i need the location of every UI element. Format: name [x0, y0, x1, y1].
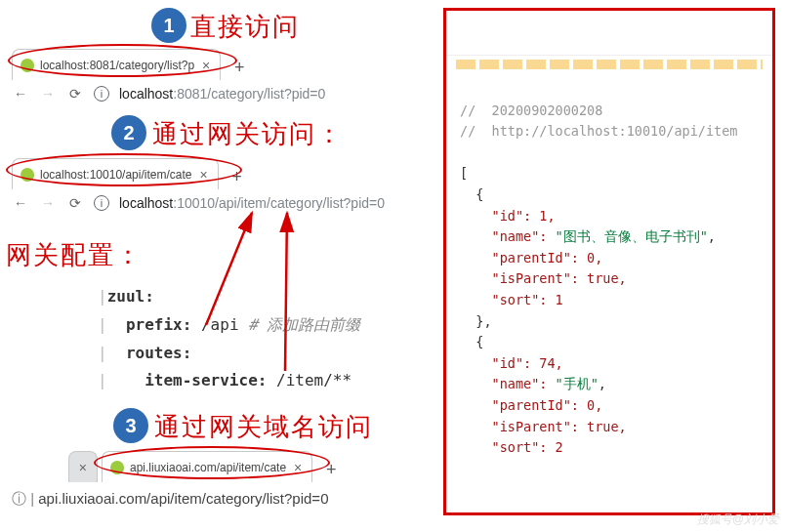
info-icon[interactable]: i [94, 86, 109, 102]
addr-bar-gateway: ← → ⟳ i localhost:10010/api/item/categor… [12, 195, 385, 211]
tab-domain[interactable]: api.liuxiaoai.com/api/item/cate × [102, 451, 312, 482]
new-tab-button[interactable]: + [225, 164, 250, 189]
cfg-zuul: zuul: [107, 287, 154, 306]
back-icon[interactable]: ← [12, 86, 29, 102]
plus-icon: + [234, 58, 245, 78]
reload-icon[interactable]: ⟳ [66, 195, 84, 211]
tab-direct[interactable]: localhost:8081/category/list?p × [12, 49, 221, 80]
heading-config: 网关配置： [6, 238, 143, 272]
heading-gateway-domain: 通过网关域名访问 [154, 410, 373, 444]
leaf-icon [110, 461, 124, 474]
tab-direct-title: localhost:8081/category/list?p [40, 59, 194, 72]
reload-icon[interactable]: ⟳ [66, 86, 84, 102]
forward-icon: → [39, 86, 57, 102]
close-icon[interactable]: × [202, 59, 210, 72]
info-icon[interactable]: i [94, 195, 109, 211]
plus-icon: + [231, 167, 242, 187]
badge-1: 1 [151, 8, 186, 43]
plus-icon: + [326, 460, 337, 480]
new-tab-button[interactable]: + [318, 457, 344, 482]
back-icon[interactable]: ← [12, 195, 29, 211]
heading-gateway: 通过网关访问： [152, 117, 344, 151]
badge-1-num: 1 [163, 15, 174, 37]
color-strip [456, 60, 763, 69]
forward-icon: → [39, 195, 57, 211]
badge-2-num: 2 [123, 122, 134, 144]
tab-row-gateway: localhost:10010/api/item/cate × + [12, 156, 250, 189]
cfg-prefix-comment: # 添加路由前缀 [248, 315, 360, 334]
cfg-routes: routes: [126, 344, 191, 362]
tab-row-domain: × api.liuxiaoai.com/api/item/cate × + [68, 449, 344, 482]
badge-3-num: 3 [125, 415, 136, 437]
close-icon[interactable]: × [79, 461, 87, 474]
addr-bar-direct: ← → ⟳ i localhost:8081/category/list?pid… [12, 86, 325, 102]
leaf-icon [21, 168, 34, 182]
badge-3: 3 [113, 408, 148, 443]
close-icon[interactable]: × [294, 461, 302, 474]
tab-gateway-title: localhost:10010/api/item/cate [40, 168, 191, 182]
cfg-item-val: /item/** [267, 371, 351, 389]
tab-prev[interactable]: × [68, 451, 98, 482]
zuul-config: |zuul: | prefix: /api # 添加路由前缀 | routes:… [98, 283, 360, 395]
cfg-item-key: item-service: [145, 371, 267, 389]
url-domain: ⓘ | api.liuxiaoai.com/api/item/category/… [12, 490, 328, 509]
leaf-icon [21, 59, 34, 72]
url-direct[interactable]: localhost:8081/category/list?pid=0 [119, 86, 325, 102]
tab-gateway[interactable]: localhost:10010/api/item/cate × [12, 158, 219, 189]
cfg-prefix-key: prefix: [126, 315, 191, 334]
new-tab-button[interactable]: + [227, 55, 252, 80]
tab-domain-title: api.liuxiaoai.com/api/item/cate [130, 461, 286, 474]
url-gateway[interactable]: localhost:10010/api/item/category/list?p… [119, 195, 385, 211]
addr-bar-domain[interactable]: ⓘ | api.liuxiaoai.com/api/item/category/… [12, 490, 328, 509]
badge-2: 2 [111, 115, 146, 150]
cfg-prefix-val: /api [191, 315, 248, 334]
watermark: 搜狐号@刘小爱 [697, 512, 779, 528]
heading-direct: 直接访问 [190, 10, 300, 44]
json-response: // 20200902000208 // http://localhost:10… [446, 69, 772, 489]
tab-row-direct: localhost:8081/category/list?p × + [12, 47, 252, 80]
result-panel: // 20200902000208 // http://localhost:10… [443, 8, 775, 515]
close-icon[interactable]: × [199, 168, 207, 182]
